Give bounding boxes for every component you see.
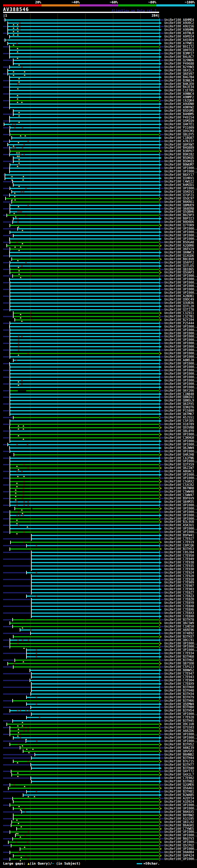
alignment-bar[interactable] bbox=[10, 437, 159, 438]
alignment-bar[interactable] bbox=[10, 330, 159, 331]
alignment-bar[interactable] bbox=[10, 488, 159, 489]
alignment-bar[interactable] bbox=[8, 23, 159, 24]
alignment-bar[interactable] bbox=[32, 569, 159, 570]
alignment-bar[interactable] bbox=[5, 178, 159, 179]
alignment-bar[interactable] bbox=[32, 713, 159, 715]
alignment-bar[interactable] bbox=[5, 174, 159, 176]
alignment-bar[interactable] bbox=[10, 447, 159, 448]
alignment-bar[interactable] bbox=[10, 164, 159, 165]
alignment-bar[interactable] bbox=[10, 640, 159, 641]
alignment-bar[interactable] bbox=[10, 424, 159, 425]
alignment-bar[interactable] bbox=[13, 700, 159, 702]
alignment-bar[interactable] bbox=[10, 467, 159, 469]
alignment-bar[interactable] bbox=[10, 805, 159, 806]
alignment-bar[interactable] bbox=[10, 407, 159, 408]
alignment-bar[interactable] bbox=[22, 811, 159, 813]
alignment-bar[interactable] bbox=[10, 370, 159, 371]
alignment-bar[interactable] bbox=[10, 53, 159, 54]
alignment-bar[interactable] bbox=[13, 737, 159, 738]
alignment-bar[interactable] bbox=[10, 231, 159, 233]
alignment-bar[interactable] bbox=[10, 262, 159, 263]
alignment-bar[interactable] bbox=[30, 680, 159, 681]
alignment-bar[interactable] bbox=[10, 525, 159, 526]
alignment-bar[interactable] bbox=[10, 127, 159, 128]
alignment-bar[interactable] bbox=[10, 343, 159, 344]
alignment-bar[interactable] bbox=[32, 690, 159, 691]
alignment-bar[interactable] bbox=[10, 87, 159, 88]
alignment-bar[interactable] bbox=[4, 124, 159, 125]
alignment-bar[interactable] bbox=[10, 56, 159, 58]
alignment-bar[interactable] bbox=[17, 828, 159, 830]
alignment-bar[interactable] bbox=[32, 613, 159, 614]
alignment-bar[interactable] bbox=[7, 215, 159, 216]
alignment-bar[interactable] bbox=[10, 285, 159, 287]
alignment-bar[interactable] bbox=[32, 781, 159, 782]
hit-accession-label[interactable]: UniRef100_UPI000.. bbox=[164, 857, 197, 861]
alignment-bar[interactable] bbox=[10, 302, 159, 304]
alignment-bar[interactable] bbox=[13, 114, 159, 115]
alignment-bar[interactable] bbox=[10, 248, 159, 250]
alignment-bar[interactable] bbox=[10, 117, 159, 118]
alignment-bar[interactable] bbox=[10, 518, 159, 520]
alignment-bar[interactable] bbox=[10, 323, 159, 324]
alignment-bar[interactable] bbox=[10, 498, 159, 499]
alignment-bar[interactable] bbox=[13, 636, 159, 638]
alignment-bar[interactable] bbox=[32, 585, 159, 587]
alignment-bar[interactable] bbox=[10, 50, 159, 51]
alignment-bar[interactable] bbox=[10, 859, 159, 860]
alignment-bar[interactable] bbox=[13, 838, 159, 839]
alignment-bar[interactable] bbox=[10, 252, 159, 253]
alignment-bar[interactable] bbox=[10, 282, 159, 283]
alignment-bar[interactable] bbox=[12, 774, 159, 775]
alignment-bar[interactable] bbox=[10, 521, 159, 523]
alignment-bar[interactable] bbox=[10, 120, 159, 122]
alignment-bar[interactable] bbox=[10, 171, 159, 172]
alignment-row[interactable]: UniRef100_UPI000.. bbox=[0, 857, 197, 861]
alignment-bar[interactable] bbox=[5, 20, 159, 21]
alignment-bar[interactable] bbox=[13, 316, 159, 317]
alignment-bar[interactable] bbox=[10, 279, 159, 280]
alignment-bar[interactable] bbox=[13, 815, 159, 816]
alignment-bar[interactable] bbox=[10, 130, 159, 132]
alignment-bar[interactable] bbox=[11, 541, 159, 543]
alignment-bar[interactable] bbox=[13, 798, 159, 799]
alignment-bar[interactable] bbox=[10, 373, 159, 374]
alignment-bar[interactable] bbox=[8, 26, 159, 27]
alignment-bar[interactable] bbox=[10, 339, 159, 341]
alignment-bar[interactable] bbox=[10, 336, 159, 337]
alignment-bar[interactable] bbox=[35, 754, 159, 755]
alignment-bar[interactable] bbox=[10, 36, 159, 37]
alignment-bar[interactable] bbox=[27, 656, 159, 657]
alignment-bar[interactable] bbox=[10, 643, 159, 644]
alignment-bar[interactable] bbox=[13, 720, 159, 721]
alignment-bar[interactable] bbox=[32, 683, 159, 684]
alignment-bar[interactable] bbox=[32, 565, 159, 566]
alignment-bar[interactable] bbox=[13, 110, 159, 112]
alignment-bar[interactable] bbox=[13, 666, 159, 668]
alignment-bar[interactable] bbox=[10, 205, 159, 206]
alignment-bar[interactable] bbox=[31, 707, 159, 708]
alignment-bar[interactable] bbox=[32, 599, 159, 600]
alignment-bar[interactable] bbox=[26, 741, 159, 742]
alignment-bar[interactable] bbox=[10, 147, 159, 148]
alignment-bar[interactable] bbox=[10, 397, 159, 398]
alignment-bar[interactable] bbox=[32, 552, 159, 553]
alignment-bar[interactable] bbox=[11, 825, 159, 826]
alignment-bar[interactable] bbox=[10, 441, 159, 442]
alignment-bar[interactable] bbox=[10, 195, 159, 196]
alignment-bar[interactable] bbox=[9, 787, 159, 789]
alignment-bar[interactable] bbox=[10, 272, 159, 273]
alignment-bar[interactable] bbox=[12, 191, 159, 192]
alignment-bar[interactable] bbox=[18, 228, 159, 229]
alignment-bar[interactable] bbox=[11, 771, 159, 772]
alignment-bar[interactable] bbox=[10, 225, 159, 226]
alignment-bar[interactable] bbox=[13, 855, 159, 856]
alignment-bar[interactable] bbox=[10, 474, 159, 475]
alignment-bar[interactable] bbox=[12, 137, 159, 138]
alignment-bar[interactable] bbox=[12, 822, 159, 823]
alignment-bar[interactable] bbox=[10, 289, 159, 290]
alignment-bar[interactable] bbox=[31, 633, 159, 634]
alignment-bar[interactable] bbox=[8, 663, 159, 664]
alignment-bar[interactable] bbox=[10, 512, 159, 513]
alignment-bar[interactable] bbox=[10, 410, 159, 411]
